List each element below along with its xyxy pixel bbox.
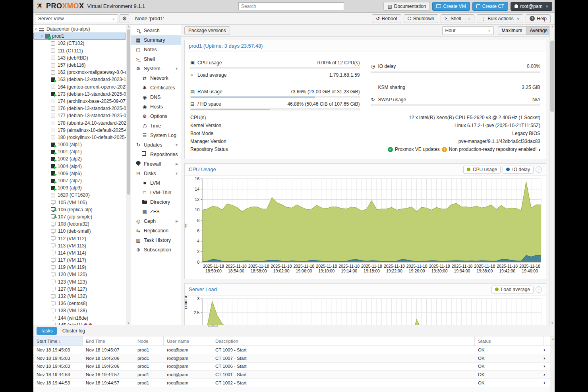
create-ct-button[interactable]: Create CT — [472, 2, 508, 11]
nav-item-shell[interactable]: >_Shell — [131, 54, 181, 64]
task-row[interactable]: Nov 18 19:44:53Nov 18 19:44:57prod1root@… — [33, 379, 555, 387]
chevron-right-icon[interactable]: › — [539, 147, 540, 153]
user-menu-button[interactable]: root@pam∨ — [511, 2, 552, 11]
documentation-button[interactable]: ▤Documentation — [383, 2, 430, 11]
chevron-right-icon[interactable]: › — [544, 347, 550, 353]
legend-cpu-usage[interactable]: CPU usage — [463, 166, 501, 174]
tree-item-guest[interactable]: 1004 (alp4) — [33, 163, 126, 170]
tree-item-guest[interactable]: 119 (VM 119) — [33, 264, 126, 271]
tree-item-guest[interactable]: 1002 (alp2) — [33, 155, 126, 162]
tab-cluster-log[interactable]: Cluster log — [58, 327, 89, 335]
tree-item-guest[interactable]: 138 (VM 138) — [33, 307, 126, 314]
collapse-panel-icon[interactable]: − — [536, 286, 542, 293]
nav-item-time[interactable]: ◷Time — [131, 121, 181, 131]
tree-item-guest[interactable]: 164 (gentoo-current-openrc-2023-… — [33, 83, 126, 91]
average-toggle[interactable]: Average — [526, 26, 551, 35]
nav-item-system-log[interactable]: ☰System Log — [131, 131, 181, 140]
tree-settings-button[interactable]: ⚙ — [120, 14, 129, 23]
tree-item-node-prod1[interactable]: ∨prod1 — [33, 33, 126, 40]
chevron-right-icon[interactable]: › — [544, 380, 550, 386]
tree-item-guest[interactable]: 105 (VM 105) — [33, 199, 126, 206]
scroll-down-icon[interactable]: ▼ — [126, 322, 131, 324]
create-vm-button[interactable]: Create VM — [432, 2, 470, 11]
chevron-right-icon[interactable]: › — [544, 363, 550, 369]
reboot-button[interactable]: ↺Reboot — [372, 14, 401, 23]
nav-item-replication[interactable]: ⇆Replication — [131, 226, 181, 236]
tab-tasks[interactable]: Tasks — [37, 327, 57, 335]
nav-item-lvm[interactable]: ■LVM — [131, 178, 181, 188]
tree-item-guest[interactable]: 107 (alp-simple) — [33, 213, 126, 220]
tree-item-datacenter[interactable]: ∨Datacenter (eu-alps) — [33, 25, 126, 33]
tree-item-guest[interactable]: 178 (ubuntu-24.10-standard-2025… — [33, 119, 126, 126]
scroll-up-icon[interactable]: ▲ — [550, 25, 555, 28]
tree-item-guest[interactable]: 1000 (alp1) — [33, 141, 126, 148]
tree-item-guest[interactable]: 111 (CT111) — [33, 47, 126, 54]
shutdown-button[interactable]: Shutdown — [404, 14, 438, 23]
tasks-scrollbar[interactable]: ▲ — [550, 336, 555, 346]
search-input[interactable] — [238, 2, 344, 10]
maximum-toggle[interactable]: Maximum — [498, 26, 526, 35]
legend-load-average[interactable]: Load average — [491, 286, 534, 294]
content-scrollbar[interactable]: ▲ ▼ — [549, 25, 555, 325]
bulk-actions-button[interactable]: ⋮Bulk Actions∨ — [477, 14, 523, 23]
tree-item-guest[interactable]: 143 (debRBD) — [33, 54, 126, 62]
nav-item-zfs[interactable]: ▦ZFS — [131, 207, 181, 216]
tree-item-guest[interactable]: 174 (archlinux-base-2025-09-07) — [33, 98, 126, 105]
column-user-name[interactable]: User name — [164, 336, 212, 346]
tree-item-guest[interactable]: 113 (VM 113) — [33, 242, 126, 249]
tree-item-guest[interactable]: 177 (debian-13-standard-2025-09… — [33, 112, 126, 119]
nav-item-repositories[interactable]: Repositories — [131, 150, 181, 159]
tree-item-guest[interactable]: 176 (debian-13-standard-2025-09… — [33, 105, 126, 112]
scroll-up-icon[interactable]: ▲ — [126, 25, 131, 28]
nav-item-hosts[interactable]: ◉Hosts — [131, 102, 181, 112]
tree-item-guest[interactable]: 1007 (alp7) — [33, 177, 126, 184]
panel-splitter[interactable]: ▾ — [208, 325, 218, 327]
task-row[interactable]: Nov 18 19:45:03Nov 18 19:45:07prod1root@… — [33, 346, 555, 354]
task-row[interactable]: Nov 18 19:45:03Nov 18 19:45:06prod1root@… — [33, 363, 555, 371]
tree-item-guest[interactable]: 180 (rockylinux-10-default-2025-1… — [33, 134, 126, 141]
tree-item-guest[interactable]: 127 (VM 127) — [33, 286, 126, 293]
nav-item-subscription[interactable]: ⊕Subscription — [131, 245, 181, 255]
tree-item-guest[interactable]: 163 (debian-12-standard-2023-10… — [33, 76, 126, 83]
tree-item-guest[interactable]: 120 (VM 120) — [33, 271, 126, 278]
tree-item-guest[interactable]: 173 (debian-13-standard-2025-09… — [33, 91, 126, 98]
nav-item-certificates[interactable]: ✱Certificates — [131, 83, 181, 93]
tree-item-guest[interactable]: 117 (VM 117) — [33, 257, 126, 264]
tree-item-guest[interactable]: 123 (VM 123) — [33, 278, 126, 286]
tree-item-guest[interactable]: 1009 (alp9) — [33, 184, 126, 191]
tree-item-guest[interactable]: 106 (replica-alp) — [33, 206, 126, 213]
column-start-time[interactable]: Start Time ↓ — [33, 336, 83, 346]
tree-item-guest[interactable]: 132 (VM 132) — [33, 293, 126, 300]
nav-item-ceph[interactable]: ◎Ceph▶ — [131, 216, 181, 226]
nav-item-firewall[interactable]: Firewall▶ — [131, 159, 181, 169]
tree-item-guest[interactable]: 145 (win11) — [33, 322, 126, 325]
tree-item-guest[interactable]: 102 (CT102) — [33, 40, 126, 47]
nav-item-task-history[interactable]: ▥Task History — [131, 236, 181, 245]
nav-item-directory[interactable]: Directory — [131, 197, 181, 207]
scroll-down-icon[interactable]: ▼ — [550, 322, 555, 324]
nav-item-updates[interactable]: ↻Updates▼ — [131, 140, 181, 150]
nav-item-lvm-thin[interactable]: □LVM-Thin — [131, 188, 181, 197]
time-range-select[interactable]: Hour∨ — [442, 26, 494, 35]
column-description[interactable]: Description — [212, 336, 475, 346]
nav-item-summary[interactable]: ▤Summary — [131, 35, 181, 45]
tree-item-guest[interactable]: 110 (deb-small) — [33, 228, 126, 235]
chevron-right-icon[interactable]: › — [544, 355, 550, 361]
nav-item-notes[interactable]: ▢Notes — [131, 45, 181, 54]
nav-item-search[interactable]: Search — [131, 26, 181, 35]
package-versions-button[interactable]: Package versions — [184, 26, 230, 35]
task-row[interactable]: Nov 18 19:44:53Nov 18 19:44:57prod1root@… — [33, 371, 555, 379]
collapse-panel-icon[interactable]: − — [536, 166, 542, 173]
chevron-right-icon[interactable]: › — [544, 372, 550, 377]
tree-item-guest[interactable]: 1001 (alp1) — [33, 148, 126, 155]
view-selector[interactable]: Server View∨ — [35, 14, 118, 23]
tree-scrollbar[interactable]: ▲ ▼ — [126, 25, 131, 325]
nav-item-system[interactable]: ⚙System▼ — [131, 64, 181, 73]
nav-item-options[interactable]: ⚙Options — [131, 112, 181, 121]
column-node[interactable]: Node — [134, 336, 164, 346]
shell-button[interactable]: >_Shell∨ — [441, 14, 474, 23]
tree-item-guest[interactable]: 108 (fedora32) — [33, 220, 126, 228]
nav-item-dns[interactable]: ◉DNS — [131, 93, 181, 102]
task-row[interactable]: Nov 18 19:45:03Nov 18 19:45:06prod1root@… — [33, 354, 555, 363]
nav-item-network[interactable]: ⇄Network — [131, 73, 181, 83]
